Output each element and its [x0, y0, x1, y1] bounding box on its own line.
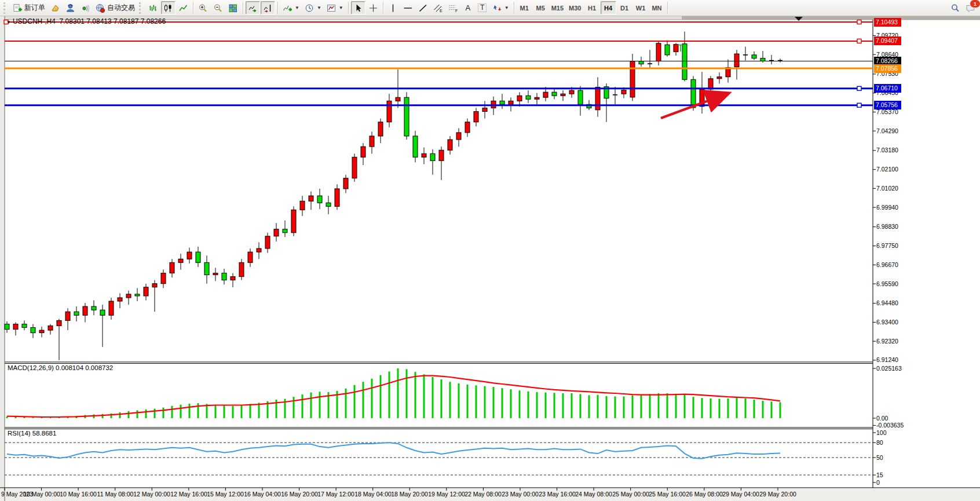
- chart-canvas[interactable]: T: [0, 0, 980, 501]
- price-line-badge: 7.06710: [874, 84, 901, 93]
- macd-scale-label: 0.00: [876, 415, 888, 422]
- price-tick-label: 6.93400: [876, 319, 898, 326]
- chart-title: ▼USDCNH-,H4 7.08301 7.08413 7.08187 7.08…: [6, 17, 166, 25]
- macd-scale-label: 0.025163: [876, 365, 902, 372]
- price-line-badge: 7.07856: [874, 64, 901, 73]
- macd-pane-label: MACD(12,26,9) 0.008104 0.008732: [8, 364, 113, 371]
- price-tick-label: 6.99940: [876, 204, 898, 211]
- price-tick-label: 7.04290: [876, 127, 898, 135]
- price-tick-label: 6.96670: [876, 261, 898, 269]
- price-axis[interactable]: 7.097207.086407.075307.064507.053707.042…: [873, 0, 980, 501]
- time-axis-bg: [0, 488, 980, 501]
- price-tick-label: 7.03180: [876, 147, 898, 154]
- macd-scale-label: -0.003635: [876, 422, 904, 429]
- chart-symbol-period: USDCNH-,H4: [13, 17, 56, 25]
- price-tick-label: 6.95590: [876, 280, 898, 288]
- price-tick-label: 7.01020: [876, 185, 898, 192]
- chart-expander-icon[interactable]: ▼: [6, 20, 11, 25]
- price-tick-label: 7.02100: [876, 166, 898, 173]
- price-line-badge: 7.05756: [874, 101, 901, 109]
- macd-values: 0.008104 0.008732: [56, 364, 113, 371]
- chart-ohlc-readout: 7.08301 7.08413 7.08187 7.08266: [60, 17, 166, 25]
- price-line-badge: 7.09407: [874, 36, 901, 45]
- application-window: 新订单 自动交易: [0, 0, 980, 501]
- price-tick-label: 6.94480: [876, 299, 898, 307]
- price-tick-label: 6.98830: [876, 223, 898, 231]
- rsi-scale-label: 100: [876, 429, 887, 437]
- rsi-pane-label: RSI(14) 58.8681: [8, 430, 56, 437]
- rsi-scale-label: 50: [876, 454, 883, 462]
- green-t-annotation[interactable]: T: [677, 43, 683, 54]
- rsi-value: 58.8681: [32, 430, 57, 437]
- chart-bg: [5, 20, 873, 488]
- price-tick-label: 6.92320: [876, 338, 898, 345]
- price-tick-label: 6.97750: [876, 242, 898, 250]
- rsi-scale-label: 80: [876, 439, 883, 447]
- rsi-scale-label: 0: [876, 479, 880, 487]
- price-line-badge: 7.10493: [874, 18, 901, 27]
- rsi-scale-label: 15: [876, 471, 883, 479]
- price-tick-label: 6.91240: [876, 356, 898, 364]
